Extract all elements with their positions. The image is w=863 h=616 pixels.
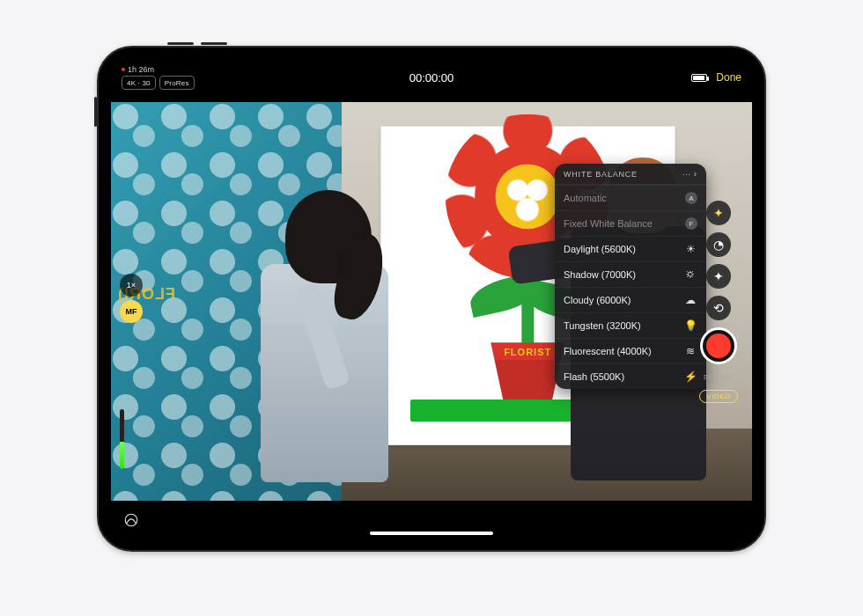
wb-item-label: Automatic [564, 193, 607, 203]
mode-label: VIDEO [706, 392, 730, 400]
resolution-label: 4K · 30 [127, 79, 151, 87]
resolution-chip[interactable]: 4K · 30 [122, 76, 156, 90]
hw-volume-up [167, 42, 194, 45]
codec-chip[interactable]: ProRes [159, 76, 195, 90]
record-dot-icon [706, 334, 731, 358]
flash-icon: ⚡ [683, 370, 697, 383]
svg-point-0 [125, 514, 137, 526]
audio-meter [120, 409, 124, 469]
time-remaining: 1h 26m [122, 65, 195, 74]
wb-item-daylight[interactable]: Daylight (5600K) ☀ [555, 236, 706, 261]
wb-item-fixed[interactable]: Fixed White Balance F [555, 210, 706, 236]
battery-icon [691, 74, 707, 82]
white-balance-popover: WHITE BALANCE ··· › Automatic A Fixed Wh… [555, 164, 706, 389]
wb-item-label: Tungsten (3200K) [564, 320, 641, 331]
screen: 1h 26m 4K · 30 ProRes 00:00:00 Done [109, 58, 754, 539]
mode-label: SLO-MO [704, 373, 734, 381]
cloud-icon: ☁ [683, 294, 697, 306]
wb-item-shadow[interactable]: Shadow (7000K) ⛭ [555, 261, 706, 287]
manual-focus-button[interactable]: MF [120, 300, 143, 323]
mf-label: MF [126, 307, 137, 316]
wb-item-tungsten[interactable]: Tungsten (3200K) 💡 [555, 312, 706, 338]
zoom-button[interactable]: 1× [120, 274, 143, 297]
record-timer: 00:00:00 [109, 71, 754, 84]
wb-item-label: Fixed White Balance [564, 218, 653, 229]
flash-toggle-button[interactable]: ✦ [706, 264, 731, 289]
wb-more-button[interactable]: ··· › [682, 169, 697, 179]
exposure-button[interactable]: ✦ [706, 201, 731, 225]
wb-item-automatic[interactable]: Automatic A [555, 185, 706, 210]
bulb-icon: 💡 [683, 319, 697, 332]
rec-dot-icon [122, 68, 125, 71]
wb-item-label: Cloudy (6000K) [564, 295, 631, 305]
mode-video[interactable]: VIDEO [699, 390, 737, 403]
home-indicator[interactable] [370, 532, 493, 535]
wb-item-badge: F [685, 217, 697, 230]
top-bar: 1h 26m 4K · 30 ProRes 00:00:00 Done [109, 58, 754, 97]
sun-icon: ☀ [683, 243, 697, 255]
done-button[interactable]: Done [716, 71, 741, 84]
time-remaining-label: 1h 26m [128, 65, 154, 74]
curves-icon[interactable] [123, 512, 139, 528]
codec-label: ProRes [165, 79, 189, 87]
wb-item-label: Fluorescent (4000K) [564, 346, 652, 356]
flip-camera-button[interactable]: ⟲ [706, 296, 731, 320]
ipad-frame: 1h 26m 4K · 30 ProRes 00:00:00 Done [97, 46, 766, 552]
fluorescent-icon: ≋ [683, 345, 697, 357]
wb-item-label: Shadow (7000K) [564, 269, 636, 280]
mode-slomo[interactable]: SLO-MO [697, 371, 741, 383]
wb-item-label: Flash (5500K) [564, 371, 624, 382]
bottom-bar [109, 501, 754, 539]
hw-volume-down [201, 42, 227, 45]
wb-title: WHITE BALANCE [564, 170, 638, 179]
wb-item-cloudy[interactable]: Cloudy (6000K) ☁ [555, 287, 706, 312]
wb-item-flash[interactable]: Flash (5500K) ⚡ [555, 363, 706, 389]
shadow-icon: ⛭ [683, 268, 697, 281]
scene-person-left [220, 190, 425, 501]
zoom-label: 1× [127, 281, 136, 290]
record-button[interactable] [700, 327, 737, 364]
wb-item-badge: A [685, 192, 697, 204]
wb-item-label: Daylight (5600K) [564, 244, 636, 254]
wb-item-fluorescent[interactable]: Fluorescent (4000K) ≋ [555, 338, 706, 363]
timer-button[interactable]: ◔ [706, 232, 731, 257]
